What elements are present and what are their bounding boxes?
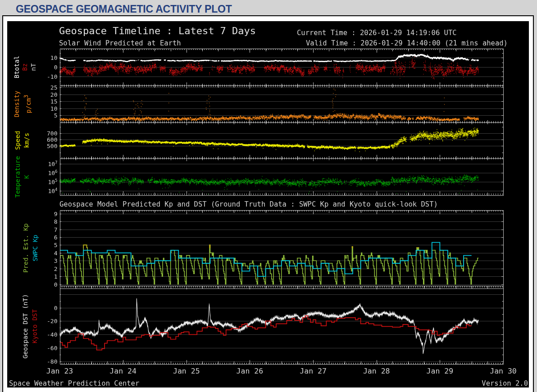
density-ytick: 20 [50, 91, 58, 98]
kp-dst-section-title: Geospace Model Predicted Kp and DST (Gro… [59, 200, 438, 208]
day-label: Jan 28 [363, 367, 390, 375]
kp-ytick: 1 [54, 273, 58, 280]
kp-ytick: 6 [54, 234, 58, 240]
bfield-ytick: 10 [50, 54, 58, 61]
speed-ytick: 700 [47, 130, 57, 136]
temperature-ytick: 107 [48, 160, 57, 167]
dst-ytick: -80 [47, 358, 57, 365]
axis-label-pred-est-kp: Pred. Est. Kp [22, 223, 29, 273]
footer-version: Version 2.0 [482, 379, 528, 387]
density-ytick: 5 [54, 112, 58, 119]
axis-label-k: K [23, 175, 30, 178]
dst-ytick: -20 [47, 318, 57, 324]
day-label: Jan 24 [109, 367, 137, 375]
bfield-ytick: -10 [47, 73, 57, 80]
kp-ytick: 0 [54, 281, 58, 288]
axis-label-speed: Speed [14, 131, 21, 149]
temperature-ytick: 104 [48, 187, 57, 194]
dst-ytick: -60 [47, 345, 57, 351]
chart-subtitle: Solar Wind Predicted at Earth [59, 39, 181, 47]
kp-ytick: 9 [54, 210, 58, 217]
speed-ytick: 500 [47, 143, 57, 149]
kp-ytick: 3 [54, 257, 58, 264]
page-title: GEOSPACE GEOMAGNETIC ACTIVITY PLOT [16, 3, 232, 15]
dst-ytick: -40 [47, 331, 57, 338]
temperature-ytick: 106 [48, 169, 57, 176]
density-ytick: 25 [50, 84, 58, 91]
page-header: GEOSPACE GEOMAGNETIC ACTIVITY PLOT [16, 3, 232, 15]
valid-time-label: Valid Time : 2026-01-29 14:40:00 (21 min… [306, 39, 508, 47]
bfield-ytick: 0 [54, 63, 58, 70]
axis-label-nt: nT [30, 63, 37, 71]
day-label: Jan 26 [237, 367, 264, 375]
axis-label-temperature: Temperature [14, 156, 21, 198]
plot-area: Geospace Timeline : Latest 7 Days Solar … [7, 21, 529, 387]
density-ytick: 15 [50, 98, 58, 105]
axis-label-density: Density [13, 90, 20, 117]
density-ytick: 10 [50, 105, 58, 112]
day-label: Jan 27 [300, 367, 327, 375]
axis-label-bz: Bz [21, 63, 28, 71]
plot-frame: Geospace Timeline : Latest 7 Days Solar … [2, 15, 534, 392]
axis-label-geospace-dst-nt-: Geospace DST (nT) [22, 294, 29, 358]
kp-ytick: 2 [54, 265, 58, 272]
dst-ytick: 0 [54, 304, 58, 311]
day-label: Jan 29 [427, 367, 454, 375]
kp-ytick: 4 [54, 249, 58, 256]
temperature-ytick: 105 [48, 178, 57, 185]
kp-ytick: 8 [54, 218, 58, 225]
chart-title: Geospace Timeline : Latest 7 Days [59, 25, 256, 36]
axis-label-swpc-kp: SWPC Kp [32, 234, 39, 261]
kp-ytick: 7 [54, 226, 58, 233]
day-label: Jan 25 [173, 367, 200, 375]
axis-label-btotal: Btotal [13, 56, 20, 79]
axis-label-km-s: km/s [23, 133, 30, 148]
current-time-label: Current Time : 2026-01-29 14:19:06 UTC [297, 29, 457, 37]
day-label: Jan 23 [46, 367, 73, 375]
day-label: Jan 30 [490, 367, 517, 375]
speed-ytick: 600 [47, 136, 57, 143]
axis-label-kyoto-dst: Kyoto DST [31, 309, 38, 343]
kp-ytick: 5 [54, 242, 58, 248]
footer-agency: Space Weather Prediction Center [9, 379, 139, 387]
axis-label-p-cm-3: p/cm3 [23, 95, 32, 113]
